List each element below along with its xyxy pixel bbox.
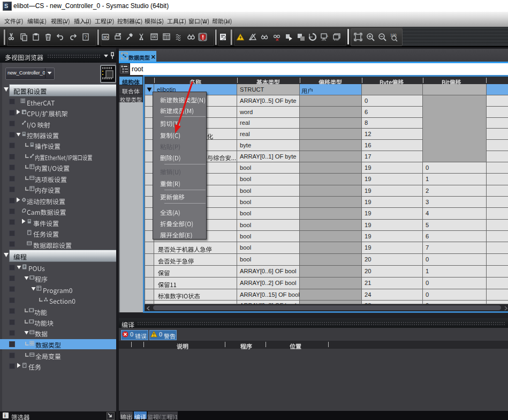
svg-text:?: ? xyxy=(84,34,87,40)
svg-text:3D: 3D xyxy=(103,35,108,40)
svg-text:1: 1 xyxy=(327,34,329,38)
